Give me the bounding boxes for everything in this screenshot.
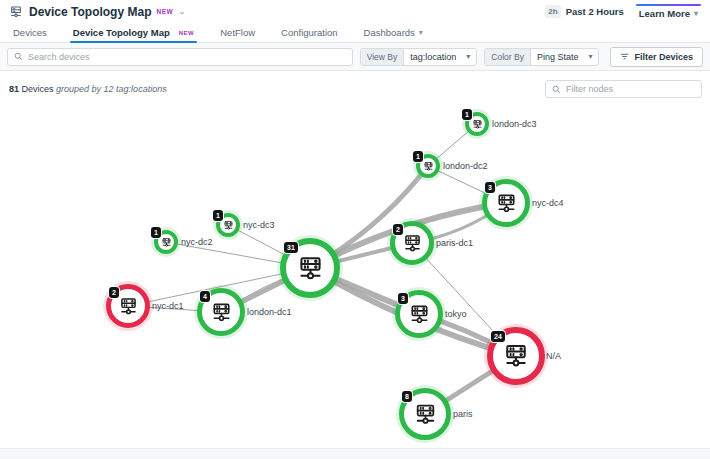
device-icon: [495, 192, 518, 215]
view-by-select[interactable]: tag:location ▾: [404, 49, 476, 65]
time-range-badge[interactable]: 2h: [545, 5, 560, 18]
chevron-down-icon: ▾: [466, 52, 470, 61]
device-icon: [408, 303, 431, 326]
node-hub[interactable]: 31: [280, 238, 340, 298]
node-london-dc1[interactable]: 4london-dc1: [197, 288, 245, 336]
search-icon: [14, 52, 23, 61]
node-na[interactable]: 24N/A: [487, 327, 545, 385]
chevron-down-icon: ▾: [588, 52, 592, 61]
page-title: Device Topology Map: [29, 5, 151, 19]
node-nyc-dc3[interactable]: 1nyc-dc3: [216, 213, 240, 237]
color-by-select[interactable]: Ping State ▾: [531, 49, 599, 65]
node-label: nyc-dc3: [243, 220, 275, 230]
topology-graph: 31 1london-dc3 1london-dc2 3nyc-dc4 1nyc…: [0, 71, 710, 448]
device-icon: [423, 161, 434, 172]
chevron-down-icon: ▾: [694, 9, 698, 18]
map-toolbar: View By tag:location ▾ Color By Ping Sta…: [0, 43, 710, 71]
learn-more-label: Learn More: [639, 8, 690, 19]
tab-device-topology-map[interactable]: Device Topology Map NEW: [73, 23, 194, 42]
node-paris-dc1[interactable]: 2paris-dc1: [390, 221, 434, 265]
node-count-badge: 3: [398, 293, 408, 304]
topology-canvas: 81 Devices grouped by 12 tag:locations 3…: [0, 71, 710, 448]
device-icon: [296, 254, 325, 283]
color-by-group: Color By Ping State ▾: [484, 48, 599, 66]
node-count-badge: 3: [485, 182, 495, 193]
node-count-badge: 2: [109, 287, 119, 298]
node-count-badge: 2: [393, 224, 403, 235]
footer-strip: [0, 448, 710, 459]
color-by-label: Color By: [485, 49, 531, 65]
topology-app-icon: [9, 5, 23, 19]
node-label: paris-dc1: [436, 238, 473, 248]
chevron-down-icon: ▾: [419, 28, 423, 37]
node-label: paris: [453, 409, 473, 419]
view-by-group: View By tag:location ▾: [360, 48, 478, 66]
node-london-dc3[interactable]: 1london-dc3: [465, 112, 489, 136]
node-label: nyc-dc4: [532, 198, 564, 208]
device-icon: [223, 220, 234, 231]
node-count-badge: 1: [151, 227, 161, 238]
node-count-badge: 1: [413, 151, 423, 162]
node-paris[interactable]: 8paris: [399, 388, 451, 440]
topology-edges: [0, 71, 710, 448]
device-icon: [502, 342, 530, 370]
node-label: tokyo: [445, 309, 467, 319]
node-label: london-dc3: [492, 119, 537, 129]
node-count-badge: 24: [491, 331, 505, 342]
learn-more-button[interactable]: Learn More ▾: [636, 3, 701, 21]
device-topology-page: Device Topology Map NEW ⌄ 2h Past 2 Hour…: [0, 0, 710, 459]
device-icon: [118, 296, 139, 317]
device-icon: [472, 119, 483, 130]
filter-icon: [620, 52, 629, 61]
tab-new-badge: NEW: [179, 30, 195, 36]
node-tokyo[interactable]: 3tokyo: [395, 290, 443, 338]
device-count: 81: [9, 84, 19, 94]
device-summary: 81 Devices grouped by 12 tag:locations: [9, 84, 167, 94]
new-badge: NEW: [156, 8, 173, 15]
device-icon: [210, 301, 233, 324]
node-count-badge: 1: [462, 109, 472, 120]
node-count-badge: 1: [213, 210, 223, 221]
filter-nodes-box: [545, 80, 702, 98]
node-london-dc2[interactable]: 1london-dc2: [416, 154, 440, 178]
filter-devices-button[interactable]: Filter Devices: [610, 47, 703, 67]
title-chevron-down-icon[interactable]: ⌄: [178, 7, 186, 16]
node-count-badge: 8: [402, 391, 412, 402]
device-icon: [161, 237, 172, 248]
device-icon: [413, 402, 438, 427]
node-label: london-dc2: [443, 161, 488, 171]
device-icon: [402, 233, 423, 254]
node-label: nyc-dc1: [152, 301, 184, 311]
tab-configuration[interactable]: Configuration: [281, 23, 338, 42]
tab-dashboards[interactable]: Dashboards ▾: [364, 23, 423, 42]
tab-bar: Devices Device Topology Map NEW NetFlow …: [0, 23, 710, 43]
node-label: london-dc1: [247, 307, 292, 317]
node-label: nyc-dc2: [181, 237, 213, 247]
node-count-badge: 31: [284, 242, 298, 253]
node-count-badge: 4: [200, 291, 210, 302]
node-nyc-dc2[interactable]: 1nyc-dc2: [154, 230, 178, 254]
node-nyc-dc4[interactable]: 3nyc-dc4: [482, 179, 530, 227]
search-devices-box: [7, 48, 353, 66]
time-range-label[interactable]: Past 2 Hours: [566, 6, 624, 17]
tab-netflow[interactable]: NetFlow: [220, 23, 255, 42]
node-nyc-dc1[interactable]: 2nyc-dc1: [106, 284, 150, 328]
app-header: Device Topology Map NEW ⌄ 2h Past 2 Hour…: [0, 0, 710, 23]
search-devices-input[interactable]: [28, 52, 346, 62]
search-icon: [552, 85, 561, 94]
node-label: N/A: [546, 351, 561, 361]
filter-nodes-input[interactable]: [566, 84, 695, 94]
tab-devices[interactable]: Devices: [13, 23, 47, 42]
view-by-label: View By: [361, 49, 405, 65]
